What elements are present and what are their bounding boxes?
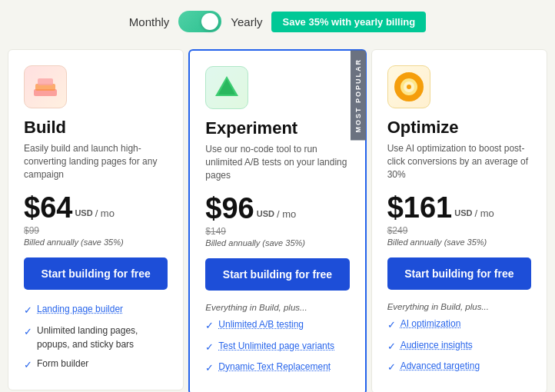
price-row: $161 USD / mo [387,193,531,222]
plan-price: $96 [205,194,254,223]
cta-button-experiment[interactable]: Start building for free [205,258,349,291]
cta-button-optimize[interactable]: Start building for free [387,257,531,290]
plan-currency: USD [75,208,92,222]
svg-point-7 [407,85,411,89]
check-icon: ✓ [24,324,32,340]
feature-label: Unlimited landing pages, popups, and sti… [37,324,168,351]
yearly-label: Yearly [231,15,262,28]
feature-item: ✓ Advanced targeting [387,359,531,375]
plan-card-build: Build Easily build and launch high-conve… [8,49,184,390]
feature-label: Form builder [37,357,88,370]
plan-price: $64 [24,193,72,222]
price-row: $96 USD / mo [205,194,349,223]
plan-icon-optimize [387,65,430,108]
plan-period: / mo [95,208,115,222]
feature-item: ✓ Test Unlimited page variants [205,339,349,355]
plan-period: / mo [474,208,494,222]
feature-label: Dynamic Text Replacement [218,360,331,374]
feature-label: Landing page builder [37,302,123,316]
check-icon: ✓ [24,357,32,373]
most-popular-badge: MOST POPULAR [351,51,366,141]
feature-label: AI optimization [400,317,461,331]
plan-description: Use AI optimization to boost post-click … [387,142,531,181]
plan-period: / mo [277,208,296,223]
pricing-cards: Build Easily build and launch high-conve… [0,42,555,392]
feature-label: Test Unlimited page variants [218,339,334,353]
plan-icon-experiment [205,66,248,109]
monthly-label: Monthly [129,15,170,28]
original-price: $99 [24,225,168,236]
features-section-label: Everything in Build, plus... [387,302,531,311]
original-price: $249 [387,225,531,236]
plan-card-experiment: MOST POPULAR Experiment Use our no-code … [188,49,366,392]
check-icon: ✓ [24,303,32,318]
plan-name: Build [24,118,168,138]
svg-rect-2 [38,78,53,85]
feature-label: Audience insights [400,338,473,352]
feature-item: ✓ Unlimited A/B testing [205,317,349,334]
feature-item: ✓ Landing page builder [24,302,168,318]
plan-card-optimize: Optimize Use AI optimization to boost po… [371,49,547,392]
feature-item: ✓ AI optimization [387,317,531,333]
plan-name: Optimize [387,118,531,138]
plan-description: Use our no-code tool to run unlimited A/… [205,143,349,181]
features-section-label: Everything in Build, plus... [205,303,349,312]
check-icon: ✓ [205,340,214,355]
plan-name: Experiment [205,118,349,138]
plan-currency: USD [257,209,274,223]
check-icon: ✓ [387,317,396,333]
check-icon: ✓ [387,339,396,354]
check-icon: ✓ [387,360,396,375]
original-price: $149 [205,226,349,237]
features-list: ✓ Landing page builder ✓ Unlimited landi… [24,302,168,372]
feature-label: Advanced targeting [400,359,480,373]
feature-item: ✓ Unlimited landing pages, popups, and s… [24,324,168,351]
plan-currency: USD [454,208,472,222]
feature-item: ✓ Audience insights [387,338,531,354]
cta-button-build[interactable]: Start building for free [24,257,168,290]
price-row: $64 USD / mo [24,193,168,222]
feature-item: ✓ Dynamic Text Replacement [205,360,349,376]
features-list: ✓ AI optimization ✓ Audience insights ✓ … [387,317,531,375]
features-list: ✓ Unlimited A/B testing ✓ Test Unlimited… [205,317,349,376]
check-icon: ✓ [205,360,214,376]
plan-icon-build [24,65,67,108]
billed-note: Billed annually (save 35%) [387,238,531,247]
billing-toggle[interactable] [178,11,221,32]
billed-note: Billed annually (save 35%) [24,238,168,247]
plan-description: Easily build and launch high-converting … [24,142,168,181]
feature-item: ✓ Form builder [24,357,168,373]
billed-note: Billed annually (save 35%) [205,238,349,247]
check-icon: ✓ [205,318,214,334]
top-bar: Monthly Yearly Save 35% with yearly bill… [0,0,555,42]
save-badge: Save 35% with yearly billing [271,12,426,32]
feature-label: Unlimited A/B testing [218,317,304,331]
plan-price: $161 [387,193,453,222]
